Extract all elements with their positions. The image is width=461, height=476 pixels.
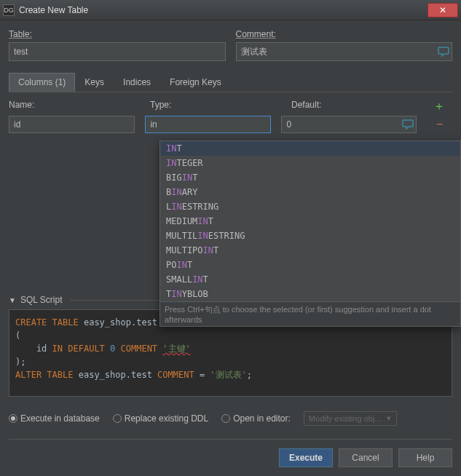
autocomplete-hint: Press Ctrl+句点 to choose the selected (or… (160, 301, 460, 326)
tabs: Columns (1) Keys Indices Foreign Keys (9, 73, 452, 92)
window-title: Create New Table (19, 5, 427, 15)
chevron-down-icon: ▼ (385, 415, 392, 422)
column-type-input-wrap[interactable] (145, 116, 271, 133)
autocomplete-item[interactable]: LINESTRING (160, 199, 460, 214)
close-button[interactable]: ✕ (427, 3, 458, 17)
help-button[interactable]: Help (398, 448, 452, 467)
autocomplete-item[interactable]: MULTIPOINT (160, 243, 460, 258)
options-row: Execute in database Replace existing DDL… (9, 408, 452, 429)
app-icon: DG (3, 4, 15, 16)
radio-icon (221, 414, 230, 423)
speech-bubble-icon[interactable] (436, 43, 452, 60)
open-editor-radio[interactable]: Open in editor: (221, 413, 291, 424)
tab-columns[interactable]: Columns (1) (9, 73, 75, 92)
dialog-buttons: Execute Cancel Help (9, 439, 452, 467)
radio-icon (113, 414, 122, 423)
autocomplete-item[interactable]: BINARY (160, 185, 460, 199)
column-default-input[interactable] (282, 119, 400, 130)
execute-in-db-radio[interactable]: Execute in database (9, 413, 100, 424)
type-column-label: Type: (150, 100, 281, 113)
autocomplete-popup: INTINTEGERBIGINTBINARYLINESTRINGMEDIUMIN… (159, 140, 461, 327)
titlebar: DG Create New Table ✕ (0, 0, 461, 20)
modify-existing-dropdown: Modify existing obj… ▼ (304, 411, 397, 426)
autocomplete-item[interactable]: TINYBLOB (160, 287, 460, 301)
autocomplete-item[interactable]: POINT (160, 258, 460, 272)
table-input-wrap[interactable] (9, 42, 226, 61)
speech-bubble-icon[interactable] (400, 116, 416, 133)
replace-ddl-radio[interactable]: Replace existing DDL (113, 413, 208, 424)
sql-script-label: SQL Script (20, 295, 63, 305)
collapse-icon: ▼ (9, 296, 16, 304)
autocomplete-item[interactable]: MULTILINESTRING (160, 229, 460, 243)
dialog-body: Table: Comment: Columns (1) Keys Indices… (0, 20, 461, 476)
tab-indices[interactable]: Indices (114, 73, 160, 92)
column-default-wrap[interactable] (281, 116, 417, 133)
tab-foreign-keys[interactable]: Foreign Keys (160, 73, 231, 92)
table-label: Table: (9, 29, 226, 39)
execute-button[interactable]: Execute (279, 448, 333, 467)
comment-input-wrap[interactable] (236, 42, 453, 61)
autocomplete-item[interactable]: BIGINT (160, 170, 460, 185)
table-input[interactable] (9, 47, 225, 57)
column-name-input[interactable] (9, 116, 135, 133)
column-type-input[interactable] (146, 119, 270, 130)
comment-input[interactable] (237, 47, 436, 57)
name-column-label: Name: (9, 100, 140, 113)
autocomplete-item[interactable]: INTEGER (160, 156, 460, 170)
autocomplete-item[interactable]: MEDIUMINT (160, 214, 460, 229)
radio-icon (9, 414, 17, 423)
cancel-button[interactable]: Cancel (339, 448, 393, 467)
remove-column-button[interactable]: − (433, 118, 446, 131)
comment-label: Comment: (236, 29, 453, 39)
tab-keys[interactable]: Keys (75, 73, 114, 92)
autocomplete-item[interactable]: INT (160, 141, 460, 156)
default-column-label: Default: (291, 100, 416, 113)
add-column-button[interactable]: ＋ (433, 100, 446, 113)
autocomplete-item[interactable]: SMALLINT (160, 272, 460, 287)
